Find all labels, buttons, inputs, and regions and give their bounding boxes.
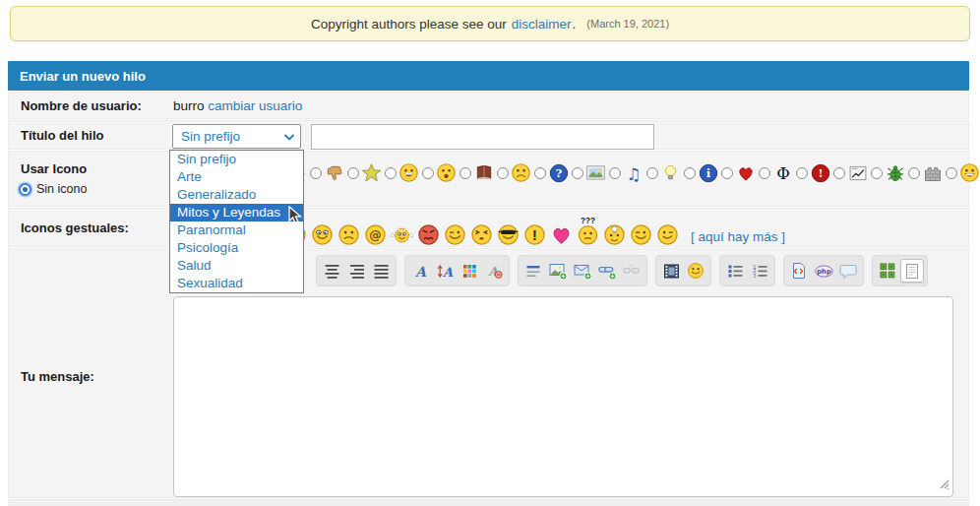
align-center-button[interactable]	[320, 259, 343, 283]
frown-icon	[511, 162, 531, 183]
bullet-list-button[interactable]	[723, 259, 747, 283]
toolbar-group: php	[783, 255, 864, 286]
photo-radio[interactable]	[572, 167, 583, 179]
exclamation-radio[interactable]	[796, 167, 808, 179]
use-icon-label: Usar Icono	[21, 161, 87, 176]
book-radio[interactable]	[459, 167, 471, 179]
blush-smiley[interactable]	[444, 223, 466, 246]
quote-button[interactable]	[836, 259, 860, 283]
svg-text:A: A	[414, 263, 427, 279]
heart-smiley[interactable]	[550, 223, 573, 246]
frown-radio[interactable]	[497, 167, 509, 179]
disclaimer-link[interactable]: disclaimer	[512, 17, 572, 32]
wink2-smiley[interactable]	[656, 223, 679, 246]
idea-smiley[interactable]	[603, 223, 626, 246]
insert-email-button[interactable]	[571, 259, 594, 283]
toolbar-group	[872, 255, 928, 286]
prefix-option[interactable]: Sin prefijo	[170, 151, 303, 168]
svg-text:!: !	[818, 166, 823, 180]
exclaim-smiley[interactable]: !	[523, 223, 546, 246]
prefix-option[interactable]: Sexualidad	[170, 275, 303, 292]
new-thread-page: Copyright authors please see our disclai…	[0, 0, 980, 506]
question-icon: ?	[548, 162, 569, 183]
svg-text:A: A	[441, 264, 453, 279]
font-size-button[interactable]: A	[433, 259, 457, 283]
insert-image-button[interactable]	[546, 259, 570, 283]
thread-title-label: Título del hilo	[21, 128, 104, 143]
star-icon	[361, 162, 382, 183]
insert-video-button[interactable]	[659, 259, 683, 283]
prefix-option[interactable]: Mitos y Leyendas	[170, 204, 303, 221]
wall-icon	[922, 162, 943, 183]
smilies-strip: @!???[ aquí hay más ]	[284, 217, 785, 246]
thumbs-down-radio[interactable]	[310, 167, 322, 179]
bigsmile-radio[interactable]	[946, 167, 957, 179]
confused-smiley[interactable]: ???	[577, 217, 599, 246]
question-radio[interactable]	[534, 167, 546, 179]
heart-radio[interactable]	[721, 167, 733, 179]
heart-icon	[735, 162, 756, 183]
angel-smiley[interactable]	[391, 223, 413, 246]
message-editor-area[interactable]	[173, 296, 953, 497]
wall-radio[interactable]	[908, 167, 920, 179]
grin-icon	[398, 162, 419, 183]
prefix-option[interactable]: Psicología	[170, 239, 303, 257]
prefix-option[interactable]: Generalizado	[170, 186, 303, 204]
svg-text:???: ???	[581, 217, 595, 225]
insert-smiley-button[interactable]	[684, 259, 707, 283]
resize-grip[interactable]	[938, 475, 949, 493]
toolbar-group: 123	[719, 255, 775, 286]
star-radio[interactable]	[347, 167, 359, 179]
prefix-option[interactable]: Paranormal	[170, 221, 303, 239]
code-button[interactable]	[787, 259, 811, 283]
no-icon-label: Sin icono	[36, 182, 87, 196]
book-icon	[473, 162, 494, 183]
change-user-link[interactable]: cambiar usuario	[208, 98, 302, 113]
info-radio[interactable]	[684, 167, 696, 179]
toolbar-group	[655, 255, 711, 286]
editor-toolbar: AAA123php	[316, 255, 928, 286]
grin-radio[interactable]	[385, 167, 397, 179]
phi-radio[interactable]	[759, 167, 770, 179]
horizontal-rule-button[interactable]	[521, 259, 545, 283]
surprised-radio[interactable]	[422, 167, 434, 179]
shades-smiley[interactable]	[497, 223, 520, 246]
cool-smiley[interactable]	[311, 223, 334, 246]
svg-text:?: ?	[555, 166, 562, 180]
more-smilies-link[interactable]: [ aquí hay más ]	[691, 229, 785, 244]
chart-radio[interactable]	[833, 167, 845, 179]
banner-text: Copyright authors please see our	[311, 17, 507, 32]
prefix-option[interactable]: Salud	[170, 257, 303, 275]
color-palette-button[interactable]	[458, 259, 481, 283]
mouse-cursor	[287, 206, 305, 228]
svg-text:i: i	[705, 166, 710, 180]
prefix-selected-value: Sin prefijo	[181, 129, 240, 144]
music-radio[interactable]	[609, 167, 621, 179]
svg-text:♫: ♫	[626, 163, 641, 183]
bug-radio[interactable]	[871, 167, 883, 179]
prefix-option[interactable]: Arte	[170, 168, 303, 186]
font-color-button[interactable]: A	[408, 259, 432, 283]
mad-smiley[interactable]	[417, 223, 440, 246]
no-icon-radio[interactable]	[19, 183, 31, 196]
at-smiley[interactable]: @	[364, 223, 387, 246]
exclamation-icon: !	[810, 162, 830, 183]
frown-smiley[interactable]	[337, 223, 360, 246]
prefix-select[interactable]: Sin prefijo	[172, 124, 301, 149]
php-button[interactable]: php	[812, 259, 835, 283]
remove-format-button[interactable]: A	[482, 259, 506, 283]
banner-suffix: .	[573, 17, 577, 32]
lightbulb-radio[interactable]	[646, 167, 658, 179]
numbered-list-button[interactable]: 123	[748, 259, 771, 283]
info-icon: i	[698, 162, 718, 183]
insert-link-button[interactable]	[595, 259, 619, 283]
align-right-button[interactable]	[344, 259, 368, 283]
editor-mode-page-button[interactable]	[900, 259, 924, 283]
squint-smiley[interactable]	[470, 223, 493, 246]
unlink-button[interactable]	[620, 259, 643, 283]
copyright-banner: Copyright authors please see our disclai…	[10, 6, 970, 41]
thread-title-input[interactable]	[311, 124, 654, 150]
editor-mode-grid-button[interactable]	[876, 259, 899, 283]
wink-smiley[interactable]	[630, 223, 652, 246]
align-justify-button[interactable]	[369, 259, 393, 283]
